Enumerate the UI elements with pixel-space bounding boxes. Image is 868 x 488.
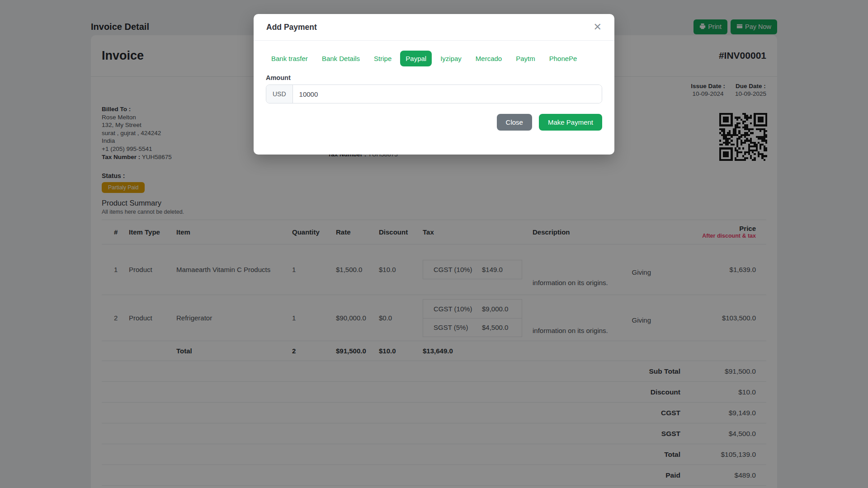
close-icon[interactable]: ✕ (594, 22, 602, 32)
tab-phonepe[interactable]: PhonePe (544, 51, 583, 66)
tab-bank-details[interactable]: Bank Details (316, 51, 365, 66)
modal-body: Bank trasfer Bank Details Stripe Paypal … (254, 41, 614, 131)
make-payment-button[interactable]: Make Payment (539, 114, 602, 131)
amount-input[interactable] (293, 85, 602, 103)
modal-header: Add Payment ✕ (254, 14, 614, 41)
tab-iyzipay[interactable]: Iyzipay (435, 51, 467, 66)
add-payment-modal: Add Payment ✕ Bank trasfer Bank Details … (254, 14, 614, 155)
currency-prefix: USD (266, 85, 293, 103)
modal-title: Add Payment (266, 23, 317, 32)
tab-paytm[interactable]: Paytm (510, 51, 541, 66)
tab-mercado[interactable]: Mercado (470, 51, 507, 66)
amount-input-group: USD (266, 84, 602, 103)
tab-bank-transfer[interactable]: Bank trasfer (266, 51, 313, 66)
modal-footer: Close Make Payment (266, 114, 602, 131)
close-button[interactable]: Close (497, 114, 532, 131)
payment-method-tabs: Bank trasfer Bank Details Stripe Paypal … (266, 51, 602, 66)
tab-paypal[interactable]: Paypal (400, 51, 432, 66)
tab-stripe[interactable]: Stripe (368, 51, 397, 66)
amount-label: Amount (266, 74, 602, 81)
